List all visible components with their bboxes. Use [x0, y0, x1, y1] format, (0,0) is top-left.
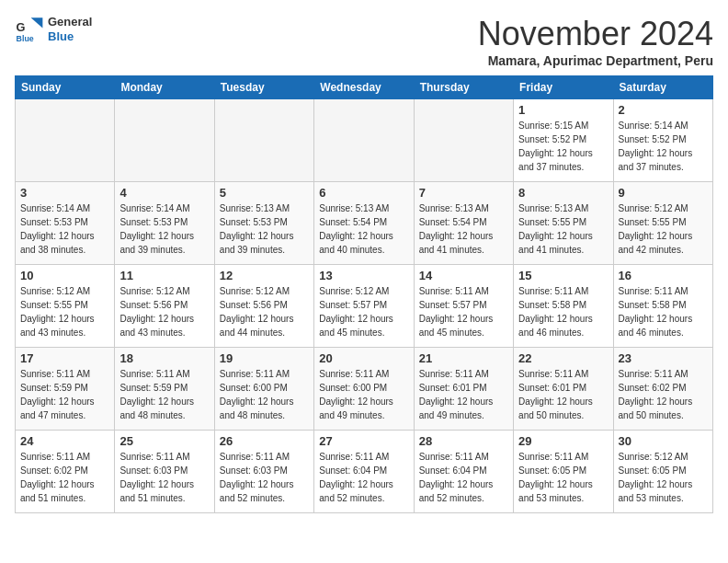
calendar-cell: 4Sunrise: 5:14 AM Sunset: 5:53 PM Daylig… — [115, 182, 214, 265]
day-info: Sunrise: 5:11 AM Sunset: 6:05 PM Dayligh… — [518, 450, 608, 505]
calendar-cell — [16, 99, 115, 182]
calendar-week-row: 17Sunrise: 5:11 AM Sunset: 5:59 PM Dayli… — [16, 348, 713, 431]
day-number: 22 — [518, 351, 608, 365]
col-header-saturday: Saturday — [613, 76, 712, 99]
calendar-cell: 30Sunrise: 5:12 AM Sunset: 6:05 PM Dayli… — [613, 431, 712, 513]
day-number: 5 — [220, 186, 309, 200]
day-info: Sunrise: 5:14 AM Sunset: 5:53 PM Dayligh… — [20, 201, 109, 257]
logo-icon: G Blue — [15, 15, 44, 44]
day-number: 1 — [518, 103, 608, 117]
calendar-cell: 5Sunrise: 5:13 AM Sunset: 5:53 PM Daylig… — [214, 182, 313, 265]
day-info: Sunrise: 5:12 AM Sunset: 5:55 PM Dayligh… — [619, 201, 708, 257]
calendar-cell — [414, 99, 513, 182]
day-number: 20 — [319, 351, 408, 365]
logo: G Blue General Blue — [15, 15, 92, 44]
day-info: Sunrise: 5:11 AM Sunset: 6:02 PM Dayligh… — [20, 450, 109, 505]
day-number: 6 — [319, 186, 408, 200]
svg-text:G: G — [17, 20, 26, 34]
day-number: 9 — [619, 186, 708, 200]
svg-text:Blue: Blue — [17, 34, 34, 43]
day-number: 21 — [419, 351, 508, 365]
day-info: Sunrise: 5:12 AM Sunset: 6:05 PM Dayligh… — [619, 450, 708, 505]
col-header-wednesday: Wednesday — [314, 76, 414, 99]
day-info: Sunrise: 5:11 AM Sunset: 6:00 PM Dayligh… — [220, 367, 309, 422]
day-number: 4 — [119, 186, 209, 200]
calendar-cell — [214, 99, 313, 182]
day-info: Sunrise: 5:11 AM Sunset: 6:04 PM Dayligh… — [319, 450, 408, 505]
day-info: Sunrise: 5:12 AM Sunset: 5:56 PM Dayligh… — [119, 284, 209, 339]
page-header: G Blue General Blue November 2024 Mamara… — [15, 15, 713, 68]
calendar-cell: 20Sunrise: 5:11 AM Sunset: 6:00 PM Dayli… — [314, 348, 414, 431]
day-number: 14 — [419, 269, 508, 282]
calendar-table: SundayMondayTuesdayWednesdayThursdayFrid… — [15, 75, 713, 513]
day-number: 3 — [20, 186, 109, 200]
month-title: November 2024 — [478, 15, 713, 53]
calendar-cell: 9Sunrise: 5:12 AM Sunset: 5:55 PM Daylig… — [613, 182, 712, 265]
calendar-cell: 7Sunrise: 5:13 AM Sunset: 5:54 PM Daylig… — [414, 182, 513, 265]
day-number: 13 — [319, 269, 408, 282]
day-info: Sunrise: 5:15 AM Sunset: 5:52 PM Dayligh… — [518, 119, 608, 174]
calendar-cell: 2Sunrise: 5:14 AM Sunset: 5:52 PM Daylig… — [613, 99, 712, 182]
calendar-cell: 22Sunrise: 5:11 AM Sunset: 6:01 PM Dayli… — [514, 348, 613, 431]
day-info: Sunrise: 5:11 AM Sunset: 6:03 PM Dayligh… — [220, 450, 309, 505]
day-info: Sunrise: 5:13 AM Sunset: 5:53 PM Dayligh… — [220, 201, 309, 257]
calendar-cell: 14Sunrise: 5:11 AM Sunset: 5:57 PM Dayli… — [414, 265, 513, 348]
calendar-cell: 27Sunrise: 5:11 AM Sunset: 6:04 PM Dayli… — [314, 431, 414, 513]
day-info: Sunrise: 5:11 AM Sunset: 6:01 PM Dayligh… — [419, 367, 508, 422]
day-number: 8 — [518, 186, 608, 200]
day-info: Sunrise: 5:14 AM Sunset: 5:52 PM Dayligh… — [619, 119, 708, 174]
day-number: 25 — [119, 434, 209, 448]
day-number: 23 — [619, 351, 708, 365]
day-number: 24 — [20, 434, 109, 448]
calendar-cell: 1Sunrise: 5:15 AM Sunset: 5:52 PM Daylig… — [514, 99, 613, 182]
day-number: 18 — [119, 351, 209, 365]
calendar-cell: 12Sunrise: 5:12 AM Sunset: 5:56 PM Dayli… — [214, 265, 313, 348]
logo-line1: General — [48, 15, 92, 29]
col-header-sunday: Sunday — [16, 76, 115, 99]
day-info: Sunrise: 5:11 AM Sunset: 6:04 PM Dayligh… — [419, 450, 508, 505]
day-info: Sunrise: 5:11 AM Sunset: 5:58 PM Dayligh… — [619, 284, 708, 339]
calendar-cell: 13Sunrise: 5:12 AM Sunset: 5:57 PM Dayli… — [314, 265, 414, 348]
location-subtitle: Mamara, Apurimac Department, Peru — [478, 53, 713, 68]
calendar-cell: 21Sunrise: 5:11 AM Sunset: 6:01 PM Dayli… — [414, 348, 513, 431]
day-info: Sunrise: 5:11 AM Sunset: 5:58 PM Dayligh… — [518, 284, 608, 339]
day-info: Sunrise: 5:12 AM Sunset: 5:55 PM Dayligh… — [20, 284, 109, 339]
calendar-cell: 8Sunrise: 5:13 AM Sunset: 5:55 PM Daylig… — [514, 182, 613, 265]
calendar-cell: 19Sunrise: 5:11 AM Sunset: 6:00 PM Dayli… — [214, 348, 313, 431]
day-number: 28 — [419, 434, 508, 448]
calendar-week-row: 24Sunrise: 5:11 AM Sunset: 6:02 PM Dayli… — [16, 431, 713, 513]
calendar-cell: 24Sunrise: 5:11 AM Sunset: 6:02 PM Dayli… — [16, 431, 115, 513]
day-number: 19 — [220, 351, 309, 365]
logo-line2: Blue — [48, 29, 92, 44]
calendar-cell: 11Sunrise: 5:12 AM Sunset: 5:56 PM Dayli… — [115, 265, 214, 348]
day-info: Sunrise: 5:11 AM Sunset: 5:59 PM Dayligh… — [20, 367, 109, 422]
day-info: Sunrise: 5:11 AM Sunset: 6:00 PM Dayligh… — [319, 367, 408, 422]
calendar-cell: 16Sunrise: 5:11 AM Sunset: 5:58 PM Dayli… — [613, 265, 712, 348]
day-number: 29 — [518, 434, 608, 448]
calendar-cell: 25Sunrise: 5:11 AM Sunset: 6:03 PM Dayli… — [115, 431, 214, 513]
calendar-week-row: 1Sunrise: 5:15 AM Sunset: 5:52 PM Daylig… — [16, 99, 713, 182]
col-header-friday: Friday — [514, 76, 613, 99]
day-info: Sunrise: 5:14 AM Sunset: 5:53 PM Dayligh… — [119, 201, 209, 257]
day-number: 30 — [619, 434, 708, 448]
day-number: 11 — [119, 269, 209, 282]
calendar-cell: 6Sunrise: 5:13 AM Sunset: 5:54 PM Daylig… — [314, 182, 414, 265]
calendar-cell — [115, 99, 214, 182]
title-block: November 2024 Mamara, Apurimac Departmen… — [478, 15, 713, 68]
col-header-tuesday: Tuesday — [214, 76, 313, 99]
day-info: Sunrise: 5:11 AM Sunset: 6:03 PM Dayligh… — [119, 450, 209, 505]
day-number: 26 — [220, 434, 309, 448]
day-number: 17 — [20, 351, 109, 365]
day-info: Sunrise: 5:11 AM Sunset: 6:01 PM Dayligh… — [518, 367, 608, 422]
day-number: 2 — [619, 103, 708, 117]
calendar-cell: 26Sunrise: 5:11 AM Sunset: 6:03 PM Dayli… — [214, 431, 313, 513]
calendar-cell: 10Sunrise: 5:12 AM Sunset: 5:55 PM Dayli… — [16, 265, 115, 348]
day-number: 7 — [419, 186, 508, 200]
day-info: Sunrise: 5:12 AM Sunset: 5:56 PM Dayligh… — [220, 284, 309, 339]
calendar-week-row: 10Sunrise: 5:12 AM Sunset: 5:55 PM Dayli… — [16, 265, 713, 348]
calendar-cell: 3Sunrise: 5:14 AM Sunset: 5:53 PM Daylig… — [16, 182, 115, 265]
calendar-cell — [314, 99, 414, 182]
calendar-cell: 28Sunrise: 5:11 AM Sunset: 6:04 PM Dayli… — [414, 431, 513, 513]
day-info: Sunrise: 5:13 AM Sunset: 5:54 PM Dayligh… — [319, 201, 408, 257]
day-number: 27 — [319, 434, 408, 448]
